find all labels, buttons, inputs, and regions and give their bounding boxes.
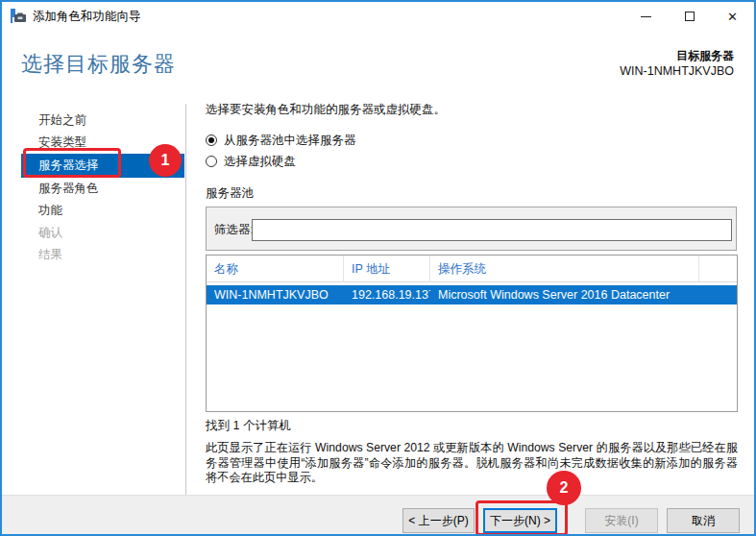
radio-unselected-icon[interactable] bbox=[206, 156, 217, 167]
filter-group: 筛选器: bbox=[206, 207, 737, 251]
wizard-window: 添加角色和功能向导 ✕ 选择目标服务器 目标服务器 WIN-1NMHTJKVJB… bbox=[0, 0, 756, 536]
column-header-ip[interactable]: IP 地址 bbox=[344, 256, 430, 282]
sidebar-item-results: 结果 bbox=[21, 244, 184, 266]
computers-found-text: 找到 1 个计算机 bbox=[206, 418, 738, 434]
column-header-os[interactable]: 操作系统 bbox=[430, 256, 699, 282]
filter-input[interactable] bbox=[252, 219, 732, 241]
title-bar: 添加角色和功能向导 ✕ bbox=[2, 2, 754, 31]
table-row[interactable]: WIN-1NMHTJKVJBO 192.168.19.137 Microsoft… bbox=[207, 285, 737, 305]
page-title: 选择目标服务器 bbox=[21, 50, 176, 79]
radio-select-vhd-label: 选择虚拟硬盘 bbox=[224, 154, 296, 170]
close-icon[interactable]: ✕ bbox=[711, 2, 754, 31]
column-header-spacer bbox=[699, 256, 737, 282]
filter-label: 筛选器: bbox=[214, 222, 254, 238]
cell-server-ip: 192.168.19.137 bbox=[344, 288, 430, 302]
server-selection-pane: 选择要安装角色和功能的服务器或虚拟硬盘。 从服务器池中选择服务器 选择虚拟硬盘 … bbox=[206, 102, 738, 486]
cancel-button[interactable]: 取消 bbox=[667, 508, 740, 533]
server-pool-label: 服务器池 bbox=[206, 185, 738, 202]
wizard-steps-nav: 开始之前 安装类型 服务器选择 服务器角色 功能 确认 结果 bbox=[21, 110, 184, 266]
maximize-icon[interactable] bbox=[668, 2, 711, 31]
sidebar-divider bbox=[185, 104, 186, 498]
cell-server-os: Microsoft Windows Server 2016 Datacenter bbox=[430, 288, 699, 302]
sidebar-item-features[interactable]: 功能 bbox=[21, 200, 184, 222]
target-server-info: 目标服务器 WIN-1NMHTJKVJBO bbox=[620, 49, 734, 79]
sidebar-item-before-you-begin[interactable]: 开始之前 bbox=[21, 110, 184, 132]
server-pool-table: 名称 IP 地址 操作系统 WIN-1NMHTJKVJBO 192.168.19… bbox=[206, 255, 738, 412]
radio-select-vhd[interactable]: 选择虚拟硬盘 bbox=[206, 151, 738, 172]
radio-select-from-pool[interactable]: 从服务器池中选择服务器 bbox=[206, 130, 738, 151]
sidebar-item-server-roles[interactable]: 服务器角色 bbox=[21, 178, 184, 200]
target-server-name: WIN-1NMHTJKVJBO bbox=[620, 63, 734, 79]
sidebar-item-server-selection[interactable]: 服务器选择 bbox=[21, 154, 184, 178]
sidebar-item-confirmation: 确认 bbox=[21, 222, 184, 244]
minimize-icon[interactable] bbox=[624, 2, 668, 31]
next-button[interactable]: 下一步(N) > bbox=[483, 508, 557, 533]
install-button: 安装(I) bbox=[585, 508, 658, 533]
target-server-label: 目标服务器 bbox=[620, 49, 734, 63]
sidebar-item-installation-type[interactable]: 安装类型 bbox=[21, 132, 184, 154]
radio-select-from-pool-label: 从服务器池中选择服务器 bbox=[224, 133, 356, 149]
instruction-text: 选择要安装角色和功能的服务器或虚拟硬盘。 bbox=[206, 102, 738, 118]
radio-selected-icon[interactable] bbox=[206, 134, 217, 146]
column-header-name[interactable]: 名称 bbox=[207, 256, 344, 282]
previous-button[interactable]: < 上一步(P) bbox=[402, 508, 475, 533]
cell-server-name: WIN-1NMHTJKVJBO bbox=[207, 288, 344, 302]
server-manager-wizard-icon bbox=[10, 8, 27, 25]
window-title: 添加角色和功能向导 bbox=[33, 9, 141, 25]
table-header-row: 名称 IP 地址 操作系统 bbox=[207, 256, 737, 282]
page-description: 此页显示了正在运行 Windows Server 2012 或更新版本的 Win… bbox=[206, 441, 738, 486]
